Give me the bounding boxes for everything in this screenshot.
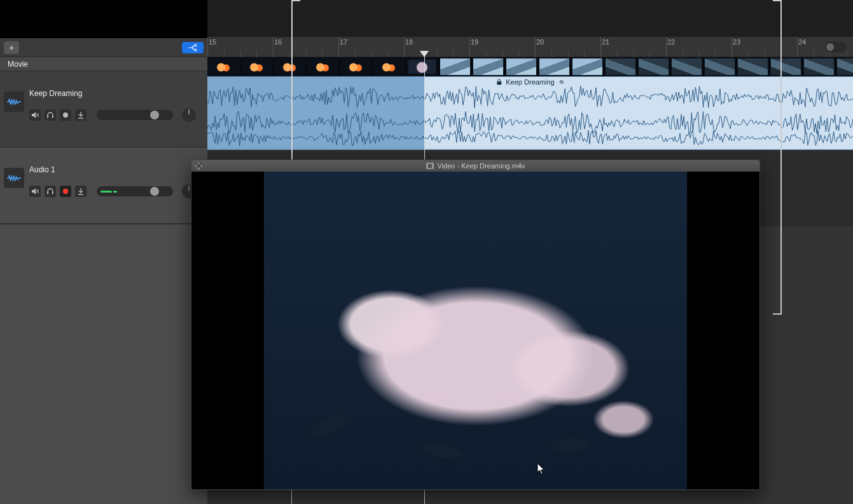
volume-slider[interactable] (97, 110, 173, 120)
audio-wave-icon (7, 174, 21, 182)
mute-button[interactable] (29, 109, 41, 121)
record-dot-icon (63, 112, 68, 118)
ruler-tick (535, 37, 536, 57)
ruler-bar-number: 24 (798, 38, 806, 46)
ruler-subtick (306, 51, 307, 57)
movie-thumbnail[interactable] (406, 57, 439, 76)
solo-button[interactable] (45, 186, 56, 197)
add-track-button[interactable]: + (4, 41, 19, 54)
sidebar-toolbar: + (0, 38, 207, 57)
movie-thumbnail[interactable] (207, 57, 240, 76)
movie-label: Movie (8, 60, 28, 69)
ruler-bar-number: 18 (405, 38, 413, 46)
ruler-bar-number: 22 (667, 38, 675, 46)
loop-icon (558, 79, 565, 85)
movie-thumbnail[interactable] (373, 57, 406, 76)
movie-thumbnail[interactable] (670, 57, 704, 76)
ruler-tick (404, 37, 405, 57)
audio-region[interactable]: Keep Dreaming (207, 76, 853, 150)
movie-thumbnail[interactable] (538, 57, 571, 76)
movie-thumbnail[interactable] (770, 57, 803, 76)
ruler-subtick (634, 51, 634, 57)
ruler-subtick (224, 51, 225, 57)
record-enable-button[interactable] (60, 186, 71, 197)
ruler-subtick (765, 51, 765, 57)
ruler-subtick (568, 51, 569, 57)
ruler-subtick (322, 51, 322, 57)
input-icon (77, 187, 85, 195)
movie-thumbnail[interactable] (340, 57, 373, 76)
track-name-label: Keep Dreaming (29, 89, 201, 98)
solo-button[interactable] (45, 109, 56, 121)
ruler-bar-number: 21 (602, 38, 609, 46)
movie-thumbnail[interactable] (803, 57, 836, 76)
timeline-ruler[interactable]: 15161718192021222324 (207, 37, 853, 57)
ruler-subtick (486, 51, 487, 57)
mouse-cursor (537, 463, 546, 475)
close-icon (195, 162, 202, 170)
movie-thumbnail[interactable] (571, 57, 604, 76)
cycle-region-end[interactable] (780, 0, 782, 315)
movie-thumbnail[interactable] (274, 57, 307, 76)
movie-thumbnail[interactable] (472, 57, 505, 76)
ruler-subtick (387, 51, 388, 57)
record-enable-button[interactable] (60, 109, 71, 121)
movie-track-header[interactable]: Movie (0, 57, 207, 71)
movie-thumbnail-strip[interactable] (207, 57, 853, 76)
video-preview-window[interactable]: Video - Keep Dreaming.m4v (191, 160, 760, 490)
ruler-tick (338, 37, 339, 57)
movie-thumbnail[interactable] (240, 57, 274, 76)
movie-thumbnail[interactable] (637, 57, 670, 76)
movie-thumbnail[interactable] (604, 57, 637, 76)
ruler-subtick (699, 51, 700, 57)
snap-toggle[interactable] (825, 42, 847, 52)
waveform-channel (207, 129, 853, 147)
ruler-tick (666, 37, 667, 57)
video-viewport (191, 172, 759, 489)
ruler-subtick (617, 51, 618, 57)
input-monitor-button[interactable] (75, 186, 87, 197)
svg-rect-2 (47, 116, 48, 118)
volume-slider[interactable] (97, 186, 173, 196)
ruler-tick (469, 37, 470, 57)
sidebar-empty-area (0, 225, 207, 504)
ruler-tick (732, 37, 732, 57)
mute-icon (31, 187, 39, 195)
track-name-label: Audio 1 (29, 165, 201, 174)
svg-point-0 (195, 44, 197, 46)
ruler-tick (273, 37, 274, 57)
track-type-icon (4, 168, 24, 188)
film-icon (426, 162, 434, 170)
movie-thumbnail[interactable] (704, 57, 737, 76)
close-window-button[interactable] (195, 163, 202, 170)
movie-thumbnail[interactable] (836, 57, 853, 76)
automation-toggle-button[interactable] (182, 42, 204, 53)
movie-thumbnail[interactable] (737, 57, 770, 76)
ruler-subtick (289, 51, 290, 57)
waveform-channel (207, 85, 853, 110)
track-header[interactable]: Keep Dreaming (0, 71, 207, 147)
ruler-bar-number: 19 (471, 38, 478, 46)
input-icon (77, 111, 85, 119)
input-monitor-button[interactable] (75, 109, 87, 121)
ruler-subtick (683, 51, 683, 57)
headphones-icon (46, 187, 54, 195)
ruler-bar-number: 23 (733, 38, 740, 46)
movie-thumbnail[interactable] (505, 57, 538, 76)
movie-thumbnail[interactable] (307, 57, 340, 76)
track-header-panel: + Movie Keep Dreaming (0, 38, 207, 504)
ruler-subtick (715, 51, 716, 57)
volume-thumb[interactable] (150, 187, 159, 196)
ruler-subtick (846, 51, 847, 57)
volume-thumb[interactable] (150, 111, 159, 119)
mute-button[interactable] (29, 186, 41, 197)
track-header[interactable]: Audio 1 (0, 147, 207, 224)
video-window-titlebar[interactable]: Video - Keep Dreaming.m4v (191, 160, 759, 172)
track-type-icon (4, 92, 24, 112)
ruler-bar-number: 16 (274, 38, 282, 46)
pan-knob[interactable] (182, 108, 196, 122)
ruler-bar-number: 17 (340, 38, 347, 46)
movie-thumbnail[interactable] (439, 57, 472, 76)
ruler-bar-number: 15 (209, 38, 216, 46)
ruler-subtick (256, 51, 257, 57)
